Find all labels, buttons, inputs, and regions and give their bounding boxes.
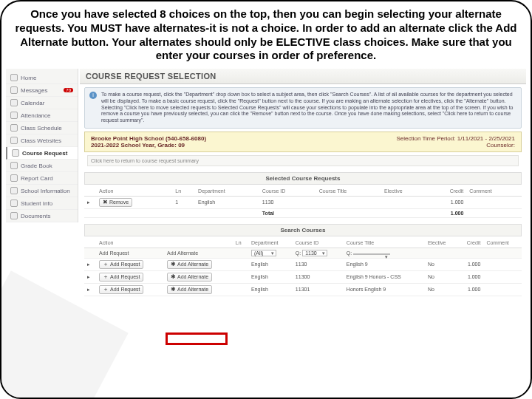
sidebar-item-school-info[interactable]: School Information <box>6 185 78 197</box>
col-ctitle: Course Title <box>316 186 381 197</box>
btn-label: Add Request <box>110 287 140 292</box>
cell-cid: 1130 <box>259 196 316 208</box>
sidebar-item-attendance[interactable]: Attendance <box>6 109 78 122</box>
table-row: ▸ ＋Add Request ✱Add Alternate English 11… <box>84 270 522 283</box>
col-ctitle: Course Title <box>344 238 425 248</box>
card-icon <box>10 174 18 182</box>
search-courses-table: Action Ln Department Course ID Course Ti… <box>84 238 522 296</box>
courseid-select[interactable]: 1130 <box>302 250 327 256</box>
coursetitle-select[interactable] <box>353 253 390 255</box>
add-alternate-button[interactable]: ✱Add Alternate <box>167 285 212 294</box>
search-courses-header: Search Courses <box>84 224 522 236</box>
info-text: To make a course request, click the "Dep… <box>101 92 516 124</box>
sidebar-item-report-card[interactable]: Report Card <box>6 172 78 185</box>
info-banner: i To make a course request, click the "D… <box>84 87 522 129</box>
col-comment: Comment <box>483 238 522 248</box>
cell-elective: No <box>425 270 457 283</box>
sidebar-item-calendar[interactable]: Calendar <box>6 97 78 109</box>
globe-icon <box>10 137 18 144</box>
col-comment: Comment <box>466 186 522 197</box>
sidebar-label: Home <box>21 75 36 81</box>
building-icon <box>10 187 18 194</box>
calendar-icon <box>10 99 18 106</box>
sidebar-item-messages[interactable]: Messages70 <box>6 84 78 97</box>
app-screenshot: Home Messages70 Calendar Attendance Clas… <box>6 69 526 296</box>
cell-credit: 1.000 <box>428 196 466 208</box>
col-action: Action <box>96 186 172 197</box>
cell-credit: 1.000 <box>457 258 484 270</box>
sidebar-item-grade-book[interactable]: Grade Book <box>6 160 78 172</box>
sidebar-item-student-info[interactable]: Student Info <box>6 197 78 210</box>
sidebar-label: Class Schedule <box>21 125 62 132</box>
school-name: Brooke Point High School (540-658-6080) <box>91 135 206 142</box>
page-title: COURSE REQUEST SELECTION <box>80 69 526 84</box>
plus-icon: ＋ <box>103 274 109 280</box>
add-request-button[interactable]: ＋Add Request <box>99 273 143 282</box>
cell-elective <box>381 196 428 208</box>
return-summary-link[interactable]: Click here to return to course request s… <box>87 155 519 166</box>
dept-select[interactable]: (All) <box>251 250 276 256</box>
col-ln: Ln <box>233 238 248 248</box>
cell-cid: 1130 <box>293 258 344 270</box>
asterisk-icon: ✱ <box>171 287 176 293</box>
sidebar-label: Calendar <box>21 100 44 106</box>
asterisk-icon: ✱ <box>171 274 176 280</box>
mail-icon <box>10 86 18 94</box>
q-label: Q: <box>296 250 301 256</box>
q-label: Q: <box>347 250 352 256</box>
schedule-icon <box>10 124 18 132</box>
add-alternate-button[interactable]: ✱Add Alternate <box>167 260 212 269</box>
cell-ctitle <box>316 196 381 208</box>
total-label: Total <box>259 208 316 217</box>
remove-button[interactable]: ✖Remove <box>99 198 132 207</box>
add-request-button[interactable]: ＋Add Request <box>99 260 143 269</box>
sidebar-label: Grade Book <box>21 163 52 169</box>
sidebar-label: Course Request <box>22 150 67 157</box>
cell-ctitle: English 9 <box>344 258 425 270</box>
btn-label: Add Alternate <box>177 262 208 267</box>
add-request-button[interactable]: ＋Add Request <box>99 285 143 294</box>
document-icon <box>10 212 18 219</box>
asterisk-icon: ✱ <box>171 262 176 267</box>
school-info-box: Brooke Point High School (540-658-6080) … <box>84 132 522 152</box>
cell-dept: English <box>248 258 293 270</box>
book-icon <box>10 162 18 169</box>
expand-icon[interactable]: ▸ <box>87 200 90 205</box>
sidebar-item-class-websites[interactable]: Class Websites <box>6 134 78 147</box>
sidebar-item-documents[interactable]: Documents <box>6 210 78 222</box>
sidebar-item-home[interactable]: Home <box>6 72 78 84</box>
add-alternate-header: Add Alternate <box>167 250 198 256</box>
expand-icon[interactable]: ▸ <box>87 287 90 292</box>
cell-elective: No <box>425 283 457 296</box>
sidebar-item-course-request[interactable]: Course Request <box>6 147 78 160</box>
cell-ln: 1 <box>172 196 195 208</box>
list-icon <box>12 149 19 157</box>
selection-period: Selection Time Period: 1/11/2021 - 2/25/… <box>396 135 515 142</box>
sidebar: Home Messages70 Calendar Attendance Clas… <box>6 69 78 222</box>
clipboard-icon <box>10 112 18 119</box>
sidebar-label: Class Websites <box>21 137 61 144</box>
person-icon <box>10 200 18 207</box>
sidebar-label: Documents <box>21 213 50 219</box>
col-cid: Course ID <box>259 186 316 197</box>
col-dept: Department <box>248 238 293 248</box>
cell-elective: No <box>425 258 457 270</box>
callout-highlight <box>166 332 228 345</box>
col-cid: Course ID <box>293 238 344 248</box>
table-row: ▸ ＋Add Request ✱Add Alternate English 11… <box>84 258 522 270</box>
cell-dept: English <box>248 270 293 283</box>
expand-icon[interactable]: ▸ <box>87 262 90 267</box>
add-alternate-button[interactable]: ✱Add Alternate <box>167 273 212 282</box>
expand-icon[interactable]: ▸ <box>87 274 90 279</box>
sidebar-item-class-schedule[interactable]: Class Schedule <box>6 122 78 134</box>
cell-comment <box>466 196 522 208</box>
sidebar-label: Messages <box>21 87 47 94</box>
col-elective: Elective <box>425 238 457 248</box>
total-credit: 1.000 <box>428 208 466 217</box>
col-credit: Credit <box>457 238 484 248</box>
messages-badge: 70 <box>64 88 73 92</box>
slide-instruction: Once you have selected 8 choices on the … <box>1 1 531 67</box>
col-elective: Elective <box>381 186 428 197</box>
cell-cid: 11300 <box>293 270 344 283</box>
x-icon: ✖ <box>103 200 108 205</box>
